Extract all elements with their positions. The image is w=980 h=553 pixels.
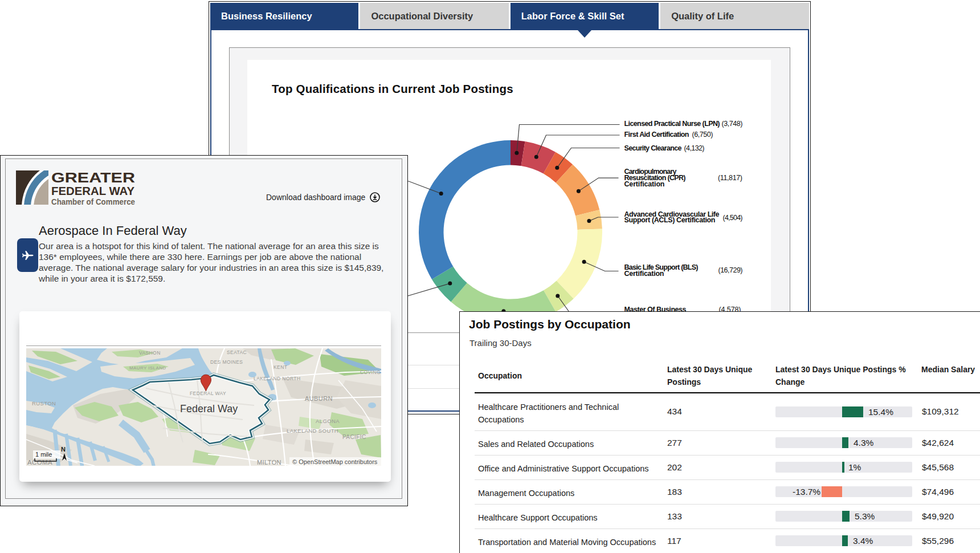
svg-text:PACIFIC: PACIFIC [342, 434, 366, 440]
svg-text:Support (ACLS) Certification: Support (ACLS) Certification [624, 216, 716, 224]
svg-text:FEDERAL WAY: FEDERAL WAY [190, 391, 226, 396]
svg-text:(6,750): (6,750) [692, 131, 713, 139]
svg-text:1 mile: 1 mile [35, 451, 52, 458]
svg-text:Federal Way: Federal Way [180, 403, 238, 414]
svg-text:© OpenStreetMap contributors: © OpenStreetMap contributors [292, 458, 378, 465]
svg-text:Security Clearance: Security Clearance [624, 144, 682, 152]
svg-text:LAKELAND SOUTH: LAKELAND SOUTH [287, 428, 338, 434]
svg-text:ACOMA: ACOMA [27, 459, 52, 466]
svg-text:Certification: Certification [624, 270, 664, 278]
svg-text:First Aid Certification: First Aid Certification [624, 131, 689, 139]
svg-text:ALGONA: ALGONA [316, 418, 340, 424]
svg-text:SEATAC: SEATAC [227, 349, 247, 355]
svg-text:(16,729): (16,729) [718, 266, 743, 274]
svg-text:VASHON: VASHON [139, 350, 161, 356]
svg-text:Chamber of Commerce: Chamber of Commerce [51, 197, 135, 206]
svg-text:(11,817): (11,817) [718, 174, 742, 182]
svg-text:MAURY ISLAND: MAURY ISLAND [129, 365, 166, 371]
svg-text:AUBURN: AUBURN [305, 395, 333, 402]
svg-text:KENT: KENT [273, 364, 287, 370]
svg-text:(4,132): (4,132) [684, 144, 705, 152]
svg-text:(4,504): (4,504) [723, 214, 743, 222]
svg-text:COVING: COVING [360, 369, 381, 375]
svg-text:LAKELAND NORTH: LAKELAND NORTH [254, 376, 300, 381]
svg-text:DES MOINES: DES MOINES [210, 359, 243, 365]
svg-text:(3,748): (3,748) [722, 120, 743, 128]
svg-text:GREATER: GREATER [51, 170, 135, 185]
svg-text:RUSTON: RUSTON [32, 400, 56, 406]
svg-text:Licensed Practical Nurse (LPN): Licensed Practical Nurse (LPN) [624, 120, 720, 128]
svg-text:N: N [61, 446, 66, 453]
svg-text:Certification: Certification [624, 180, 665, 188]
svg-text:FEDERAL WAY: FEDERAL WAY [51, 185, 135, 197]
svg-text:MILTON: MILTON [257, 459, 281, 466]
